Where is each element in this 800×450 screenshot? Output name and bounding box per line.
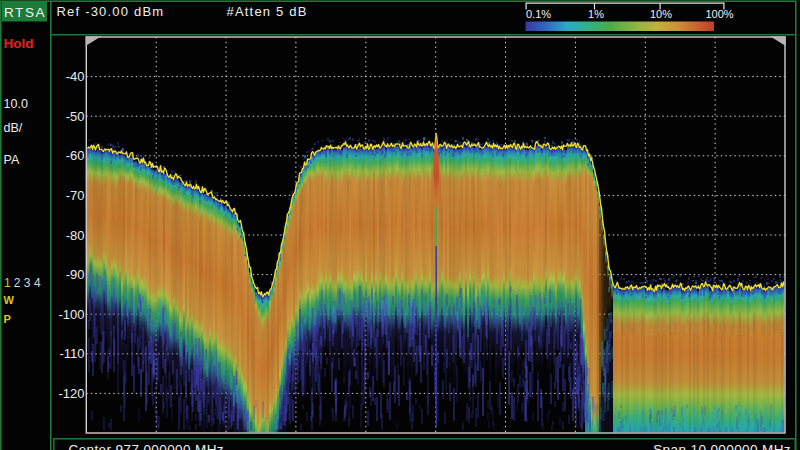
- svg-text:-40: -40: [66, 69, 85, 84]
- svg-text:1: 1: [4, 276, 11, 290]
- svg-text:10.0: 10.0: [4, 97, 28, 111]
- svg-text:Center 977.000000 MHz: Center 977.000000 MHz: [69, 442, 225, 450]
- svg-text:1%: 1%: [588, 8, 604, 20]
- svg-text:0.1%: 0.1%: [526, 8, 551, 20]
- svg-text:10%: 10%: [650, 8, 672, 20]
- svg-text:-70: -70: [66, 188, 85, 203]
- svg-text:W: W: [4, 294, 15, 306]
- svg-text:dB/: dB/: [4, 121, 23, 135]
- svg-text:Span 10.000000 MHz: Span 10.000000 MHz: [653, 442, 791, 450]
- svg-text:Hold: Hold: [4, 36, 34, 51]
- svg-text:-110: -110: [59, 346, 84, 361]
- svg-text:-50: -50: [66, 109, 85, 124]
- svg-text:-120: -120: [58, 386, 84, 401]
- svg-text:-60: -60: [66, 148, 85, 163]
- svg-text:RTSA: RTSA: [4, 5, 46, 20]
- svg-text:P: P: [4, 313, 11, 325]
- svg-text:234: 234: [14, 276, 44, 290]
- svg-text:-80: -80: [66, 228, 85, 243]
- svg-text:#Atten 5 dB: #Atten 5 dB: [227, 4, 308, 19]
- svg-text:PA: PA: [4, 153, 20, 167]
- svg-text:100%: 100%: [705, 8, 733, 20]
- svg-text:-90: -90: [66, 267, 85, 282]
- svg-text:Ref -30.00 dBm: Ref -30.00 dBm: [57, 4, 165, 19]
- svg-text:-100: -100: [58, 307, 84, 322]
